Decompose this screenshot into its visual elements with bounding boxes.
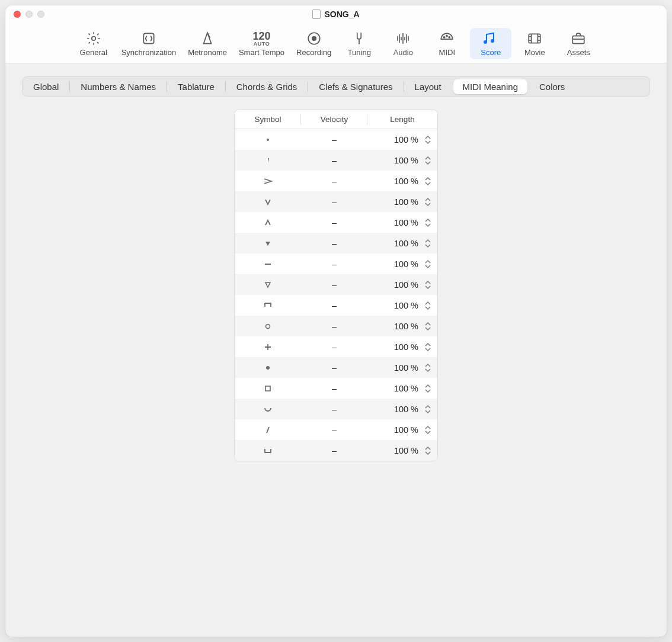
table-row[interactable]: –100 % xyxy=(235,399,437,419)
velocity-cell[interactable]: – xyxy=(301,425,367,435)
length-value: 100 % xyxy=(394,135,418,145)
stepper-control[interactable] xyxy=(424,383,431,394)
velocity-cell[interactable]: – xyxy=(301,239,367,248)
table-row[interactable]: –100 % xyxy=(235,212,437,233)
length-cell[interactable]: 100 % xyxy=(367,155,437,166)
tab-score[interactable]: Score xyxy=(470,28,511,59)
tab-metronome[interactable]: Metronome xyxy=(183,28,232,59)
stepper-control[interactable] xyxy=(424,280,431,290)
symbol-cell xyxy=(235,300,301,311)
table-row[interactable]: –100 % xyxy=(235,191,437,212)
tab-synchronization[interactable]: Synchronization xyxy=(117,28,181,59)
stepper-control[interactable] xyxy=(424,259,431,269)
minimize-window-button[interactable] xyxy=(25,11,33,18)
stepper-control[interactable] xyxy=(424,176,431,187)
length-cell[interactable]: 100 % xyxy=(367,259,437,269)
velocity-cell[interactable]: – xyxy=(301,384,367,393)
subtab-clefs-signatures[interactable]: Clefs & Signatures xyxy=(308,78,403,95)
length-cell[interactable]: 100 % xyxy=(367,321,437,332)
velocity-cell[interactable]: – xyxy=(301,197,367,207)
velocity-cell[interactable]: – xyxy=(301,156,367,165)
table-row[interactable]: –100 % xyxy=(235,295,437,316)
col-header-length[interactable]: Length xyxy=(367,110,437,129)
zoom-window-button[interactable] xyxy=(37,11,44,18)
length-value: 100 % xyxy=(394,363,418,373)
stepper-control[interactable] xyxy=(424,238,431,249)
table-header: Symbol Velocity Length xyxy=(235,110,437,129)
tab-smart-tempo[interactable]: 120 AUTO Smart Tempo xyxy=(234,28,289,59)
velocity-cell[interactable]: – xyxy=(301,446,367,455)
velocity-cell[interactable]: – xyxy=(301,135,367,145)
length-cell[interactable]: 100 % xyxy=(367,425,437,435)
tab-tuning[interactable]: Tuning xyxy=(338,28,380,59)
table-row[interactable]: –100 % xyxy=(235,150,437,171)
stepper-control[interactable] xyxy=(424,362,431,373)
velocity-cell[interactable]: – xyxy=(301,322,367,331)
table-row[interactable]: –100 % xyxy=(235,171,437,191)
velocity-cell[interactable]: – xyxy=(301,342,367,352)
table-row[interactable]: –100 % xyxy=(235,253,437,274)
tab-midi[interactable]: MIDI xyxy=(426,28,468,59)
table-row[interactable]: –100 % xyxy=(235,233,437,253)
tab-recording[interactable]: Recording xyxy=(292,28,336,59)
subtab-chords-grids[interactable]: Chords & Grids xyxy=(226,78,308,95)
velocity-cell[interactable]: – xyxy=(301,218,367,227)
length-cell[interactable]: 100 % xyxy=(367,197,437,207)
velocity-cell[interactable]: – xyxy=(301,301,367,310)
stepper-control[interactable] xyxy=(424,321,431,332)
length-cell[interactable]: 100 % xyxy=(367,445,437,456)
tab-movie[interactable]: Movie xyxy=(514,28,555,59)
table-row[interactable]: –100 % xyxy=(235,378,437,399)
stepper-control[interactable] xyxy=(424,425,431,435)
length-cell[interactable]: 100 % xyxy=(367,300,437,311)
length-cell[interactable]: 100 % xyxy=(367,280,437,290)
tempo-value: 120 xyxy=(252,31,270,41)
table-row[interactable]: –100 % xyxy=(235,440,437,461)
velocity-cell[interactable]: – xyxy=(301,259,367,269)
length-cell[interactable]: 100 % xyxy=(367,238,437,249)
tab-label: Smart Tempo xyxy=(239,48,284,57)
length-cell[interactable]: 100 % xyxy=(367,134,437,145)
close-window-button[interactable] xyxy=(14,11,21,18)
subtab-global[interactable]: Global xyxy=(23,78,69,95)
table-row[interactable]: –100 % xyxy=(235,274,437,295)
settings-toolbar: General Synchronization Metronome 120 AU… xyxy=(5,23,667,63)
subtab-tablature[interactable]: Tablature xyxy=(167,78,225,95)
velocity-cell[interactable]: – xyxy=(301,176,367,186)
stepper-control[interactable] xyxy=(424,404,431,415)
movie-icon xyxy=(527,30,542,47)
table-body: –100 % –100 % –100 % –100 % –100 % –100 … xyxy=(235,129,437,461)
table-row[interactable]: –100 % xyxy=(235,336,437,357)
table-row[interactable]: –100 % xyxy=(235,357,437,378)
stepper-control[interactable] xyxy=(424,155,431,166)
velocity-cell[interactable]: – xyxy=(301,405,367,414)
table-row[interactable]: –100 % xyxy=(235,419,437,440)
velocity-cell[interactable]: – xyxy=(301,363,367,373)
length-cell[interactable]: 100 % xyxy=(367,362,437,373)
tab-audio[interactable]: Audio xyxy=(382,28,424,59)
stepper-control[interactable] xyxy=(424,197,431,207)
stepper-control[interactable] xyxy=(424,342,431,352)
col-header-symbol[interactable]: Symbol xyxy=(235,110,301,129)
subtab-numbers-names[interactable]: Numbers & Names xyxy=(70,78,167,95)
table-row[interactable]: –100 % xyxy=(235,316,437,336)
length-cell[interactable]: 100 % xyxy=(367,217,437,228)
length-cell[interactable]: 100 % xyxy=(367,383,437,394)
stepper-control[interactable] xyxy=(424,445,431,456)
table-row[interactable]: –100 % xyxy=(235,129,437,150)
tab-general[interactable]: General xyxy=(73,28,114,59)
stepper-control[interactable] xyxy=(424,217,431,228)
symbol-cell xyxy=(235,280,301,290)
subtab-colors[interactable]: Colors xyxy=(529,78,575,95)
length-cell[interactable]: 100 % xyxy=(367,404,437,415)
subtab-layout[interactable]: Layout xyxy=(404,78,452,95)
tab-assets[interactable]: Assets xyxy=(558,28,599,59)
velocity-cell[interactable]: – xyxy=(301,280,367,290)
stepper-control[interactable] xyxy=(424,300,431,311)
subtab-midi-meaning[interactable]: MIDI Meaning xyxy=(453,79,527,94)
stepper-control[interactable] xyxy=(424,134,431,145)
length-cell[interactable]: 100 % xyxy=(367,176,437,187)
length-cell[interactable]: 100 % xyxy=(367,342,437,352)
tab-label: Assets xyxy=(567,48,590,57)
col-header-velocity[interactable]: Velocity xyxy=(301,110,367,129)
